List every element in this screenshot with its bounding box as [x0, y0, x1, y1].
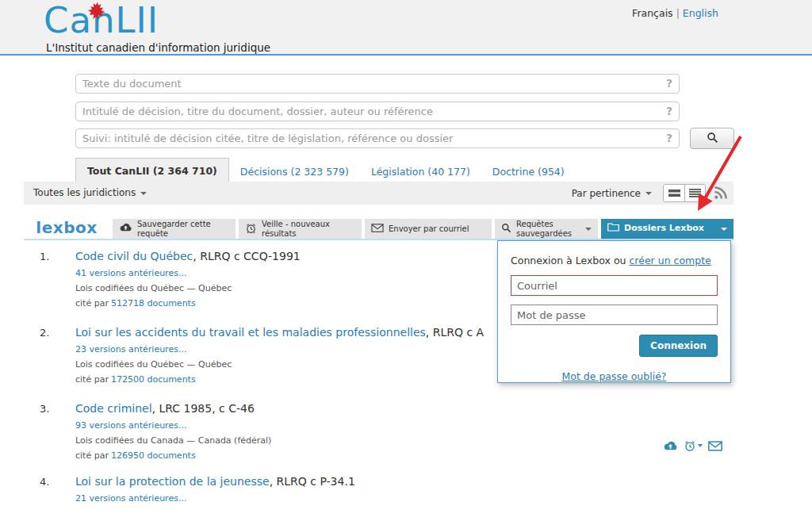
login-title-text: Connexion à Lexbox ou [511, 255, 626, 266]
cited-documents-link[interactable]: 126950 documents [111, 450, 196, 461]
caret-down-icon [585, 228, 592, 231]
language-link-english[interactable]: English [683, 7, 718, 19]
compact-view-button[interactable] [664, 185, 684, 201]
lexbox-login-popup: Connexion à Lexbox oucréer un compte Con… [497, 240, 731, 383]
result-citation: , RLRQ c CCQ-1991 [193, 250, 300, 262]
email-result-icon[interactable] [708, 441, 722, 451]
filter-bar: Toutes les juridictions Par pertinence [24, 182, 733, 205]
cited-prefix: cité par [75, 450, 109, 461]
save-to-lexbox-icon[interactable] [663, 441, 678, 451]
cited-prefix: cité par [75, 374, 109, 385]
help-icon[interactable]: ? [666, 105, 672, 117]
sort-label: Par pertinence [572, 188, 641, 199]
result-row-3: 3. Code criminel, LRC 1985, c C-46 93 ve… [40, 401, 730, 461]
create-account-link[interactable]: créer un compte [630, 255, 711, 266]
language-switcher: Français|English [632, 7, 718, 19]
result-tabs: Tout CanLII (2 364 710) Décisions (2 323… [75, 158, 576, 184]
document-text-input[interactable] [75, 74, 680, 94]
cited-prefix: cité par [75, 298, 109, 308]
watch-alert-icon[interactable] [684, 439, 703, 452]
result-body: Loi sur la protection de la jeunesse, RL… [75, 474, 730, 504]
result-title-link[interactable]: Code criminel [75, 402, 152, 415]
result-source: Lois codifiées du Canada — Canada (fédér… [75, 435, 730, 446]
result-versions-link[interactable]: 93 versions antérieures... [75, 420, 730, 431]
result-body: Code criminel, LRC 1985, c C-46 93 versi… [75, 401, 730, 461]
forgot-password-link[interactable]: Mot de passe oublié? [562, 370, 667, 382]
view-toggle-group [663, 184, 706, 202]
login-title: Connexion à Lexbox oucréer un compte [511, 255, 718, 266]
magnifier-icon [707, 132, 718, 146]
alarm-clock-icon [245, 222, 257, 236]
result-citation: , RLRQ c A [426, 326, 484, 339]
canlii-search-page: CanLII L'Institut canadien d'information… [0, 0, 812, 521]
caret-down-icon [645, 192, 652, 195]
tab-decisions[interactable]: Décisions (2 323 579) [229, 159, 360, 184]
saved-queries-button[interactable]: Requêtes sauvegardées [495, 219, 598, 239]
tab-legislation[interactable]: Législation (40 177) [360, 159, 481, 184]
send-email-label: Envoyer par courriel [389, 224, 485, 234]
folder-icon [607, 223, 619, 235]
help-icon[interactable]: ? [666, 77, 672, 90]
search-row-title: ? [75, 102, 680, 121]
result-number: 4. [40, 474, 75, 504]
jurisdiction-dropdown[interactable]: Toutes les juridictions [33, 187, 147, 198]
caret-down-icon [721, 228, 727, 231]
login-button-row: Connexion [511, 335, 718, 357]
watch-results-label: Veille - nouveaux résultats [262, 220, 355, 238]
saved-queries-label: Requêtes sauvegardées [516, 220, 580, 238]
result-number: 2. [40, 325, 75, 385]
site-header: CanLII L'Institut canadien d'information… [0, 0, 812, 56]
search-row-cited: ? [75, 128, 680, 148]
lexbox-folders-button[interactable]: Dossiers Lexbox [601, 219, 733, 239]
result-title-link[interactable]: Loi sur la protection de la jeunesse [75, 475, 270, 488]
caret-down-icon [698, 444, 703, 447]
password-field[interactable] [511, 305, 718, 325]
cloud-upload-icon [119, 223, 132, 235]
compact-list-icon [668, 189, 680, 197]
detailed-list-icon [689, 189, 701, 197]
result-citation: , RLRQ c P-34.1 [270, 475, 355, 488]
envelope-icon [371, 224, 384, 235]
search-button[interactable] [690, 128, 734, 149]
maple-leaf-icon [86, 1, 107, 24]
result-citation: , LRC 1985, c C-46 [152, 402, 255, 415]
filter-bar-right: Par pertinence [572, 182, 727, 205]
result-cited-line: cité par126950 documents [75, 450, 730, 461]
result-title-line: Loi sur la protection de la jeunesse, RL… [75, 474, 730, 489]
result-number: 3. [40, 401, 75, 461]
lexbox-toolbar: lexbox Sauvegarder cette requête Veille … [24, 219, 733, 240]
forgot-password-row: Mot de passe oublié? [511, 368, 718, 383]
caret-down-icon [140, 192, 147, 195]
result-versions-link[interactable]: 21 versions antérieures... [75, 493, 730, 504]
language-separator: | [676, 7, 680, 19]
cited-documents-link[interactable]: 172500 documents [111, 374, 196, 385]
send-email-button[interactable]: Envoyer par courriel [365, 219, 492, 239]
result-title-line: Code criminel, LRC 1985, c C-46 [75, 401, 730, 416]
watch-results-button[interactable]: Veille - nouveaux résultats [239, 219, 362, 239]
rss-feed-icon[interactable] [714, 186, 727, 200]
result-title-link[interactable]: Loi sur les accidents du travail et les … [75, 326, 426, 339]
magnifier-icon [501, 223, 511, 236]
tab-tout-canlii[interactable]: Tout CanLII (2 364 710) [75, 158, 229, 184]
result-row-4: 4. Loi sur la protection de la jeunesse,… [40, 474, 730, 504]
detailed-view-button[interactable] [684, 185, 705, 201]
search-row-text: ? [75, 74, 680, 94]
title-citation-input[interactable] [75, 102, 680, 121]
help-icon[interactable]: ? [666, 132, 672, 144]
login-submit-button[interactable]: Connexion [639, 335, 718, 357]
save-query-label: Sauvegarder cette requête [137, 220, 229, 238]
result-number: 1. [40, 249, 75, 308]
lexbox-folders-label: Dossiers Lexbox [624, 224, 716, 234]
save-query-button[interactable]: Sauvegarder cette requête [113, 219, 236, 239]
cited-reference-input[interactable] [75, 128, 680, 148]
cited-documents-link[interactable]: 512718 documents [111, 298, 196, 308]
jurisdiction-label: Toutes les juridictions [33, 187, 136, 198]
language-current: Français [632, 7, 673, 19]
result-hover-actions [663, 439, 722, 452]
sort-dropdown[interactable]: Par pertinence [572, 188, 652, 199]
result-title-link[interactable]: Code civil du Québec [75, 250, 193, 262]
site-tagline: L'Institut canadien d'information juridi… [46, 41, 270, 54]
tab-doctrine[interactable]: Doctrine (954) [481, 159, 576, 184]
lexbox-logo[interactable]: lexbox [24, 219, 109, 239]
email-field[interactable] [511, 275, 718, 296]
